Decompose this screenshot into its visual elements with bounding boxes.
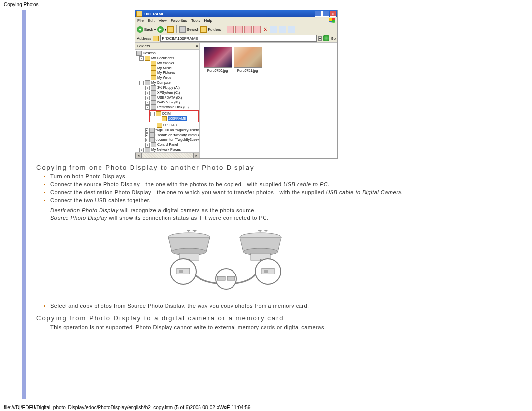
close-button[interactable]: × <box>330 11 336 17</box>
section-heading: Copying from Photo Display to a digital … <box>36 314 416 322</box>
page-header: Copying Photos <box>4 2 39 7</box>
maximize-button[interactable]: □ <box>322 11 329 17</box>
go-icon[interactable] <box>323 35 329 41</box>
window-titlebar[interactable]: 100FRAME _ □ × <box>135 10 337 17</box>
svg-rect-14 <box>264 270 268 273</box>
file-caption: PorL0750.jpg <box>204 69 231 72</box>
menu-edit[interactable]: Edit <box>148 18 155 23</box>
list-item: Connect the two USB cables together. <box>50 197 416 204</box>
window-title: 100FRAME <box>144 12 165 16</box>
up-button[interactable] <box>167 26 174 33</box>
menu-favorites[interactable]: Favorites <box>171 18 187 23</box>
explorer-window: 100FRAME _ □ × File Edit View Favorites … <box>135 10 338 159</box>
minimize-button[interactable]: _ <box>315 11 322 17</box>
dropdown-button[interactable]: ▾ <box>318 36 322 41</box>
file-thumbnail[interactable]: PorL0750.jpg <box>204 47 231 72</box>
views-icon[interactable] <box>288 26 295 33</box>
paragraph: This operation is not supported. Photo D… <box>50 324 416 331</box>
svg-rect-11 <box>227 276 235 280</box>
folders-header: Folders <box>137 44 150 48</box>
horizontal-scrollbar[interactable]: ◄► <box>135 152 200 158</box>
search-button[interactable]: Search <box>179 26 199 33</box>
folders-pane: Folders× Desktop -My Documents My eBooks… <box>135 43 200 158</box>
left-color-bar <box>22 10 26 399</box>
file-caption: PorL0751.jpg <box>234 69 261 72</box>
photo-thumb <box>204 47 232 68</box>
tool-icon[interactable] <box>279 26 286 33</box>
page-footer: file:///D|/EDFU/Digital_photo_Display/ed… <box>4 405 250 410</box>
list-item: Connect the destination Photo Display - … <box>50 189 416 196</box>
cable-diagram <box>152 230 300 296</box>
folders-button[interactable]: Folders <box>200 26 221 33</box>
photo-thumb <box>234 47 262 68</box>
menu-view[interactable]: View <box>159 18 167 23</box>
go-label[interactable]: Go <box>331 36 336 41</box>
page-frame: 100FRAME _ □ × File Edit View Favorites … <box>22 10 425 399</box>
delete-icon[interactable]: ✕ <box>262 26 268 33</box>
svg-rect-8 <box>179 270 183 273</box>
tool-icon[interactable] <box>235 26 243 33</box>
list-item: Select and copy photos from Source Photo… <box>50 302 416 309</box>
menu-tools[interactable]: Tools <box>191 18 200 23</box>
section-heading: Copying from one Photo Display to anothe… <box>36 164 416 171</box>
address-input[interactable] <box>160 35 317 42</box>
files-pane[interactable]: PorL0750.jpg PorL0751.jpg <box>200 43 337 158</box>
list-item: Connect the source Photo Display - the o… <box>50 181 416 188</box>
list-item: Turn on both Photo Displays. <box>50 173 416 180</box>
forward-button[interactable]: ►▾ <box>157 26 166 33</box>
windows-logo-icon <box>329 18 335 23</box>
tool-icon[interactable] <box>244 26 252 33</box>
selection-box: PorL0750.jpg PorL0751.jpg <box>202 45 263 74</box>
back-button[interactable]: ◄Back▾ <box>137 26 156 33</box>
folder-icon <box>153 36 159 41</box>
pane-close-icon[interactable]: × <box>196 44 198 48</box>
tool-icon[interactable] <box>227 26 234 33</box>
address-label: Address <box>137 36 151 41</box>
toolbar: ◄Back▾ ►▾ Search Folders ✕ <box>135 24 337 34</box>
menu-bar: File Edit View Favorites Tools Help <box>135 17 337 24</box>
folder-icon <box>136 11 142 17</box>
note-line: Destination Photo Display will recognize… <box>50 207 416 214</box>
address-bar: Address ▾ Go <box>135 34 337 43</box>
note-line: Source Photo Display will show its conne… <box>50 214 416 222</box>
file-thumbnail[interactable]: PorL0751.jpg <box>234 47 261 72</box>
tool-icon[interactable] <box>270 26 277 33</box>
tool-icon[interactable] <box>253 26 261 33</box>
svg-rect-10 <box>217 276 225 280</box>
menu-help[interactable]: Help <box>204 18 212 23</box>
folder-tree[interactable]: Desktop -My Documents My eBooks My Music… <box>135 50 200 152</box>
menu-file[interactable]: File <box>137 18 144 23</box>
